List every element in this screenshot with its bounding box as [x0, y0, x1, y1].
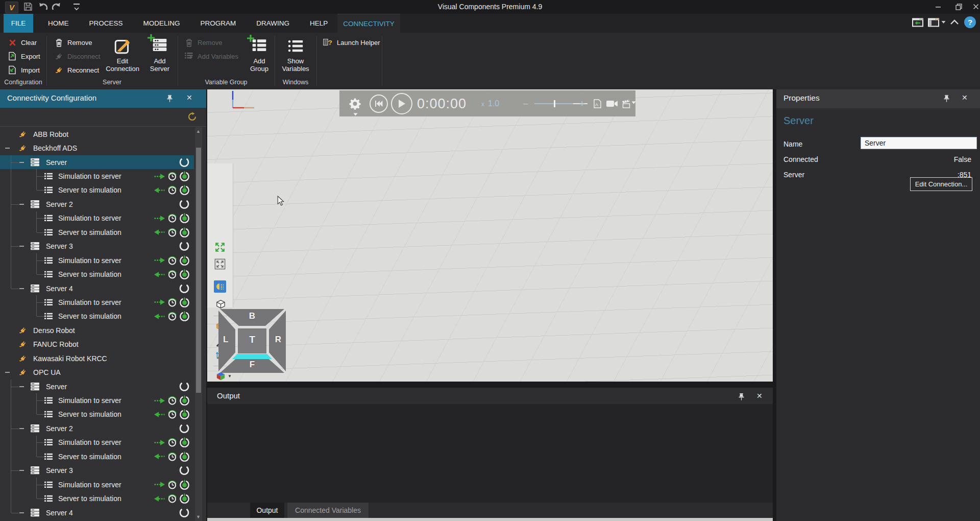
collapse-toggle-icon[interactable] — [19, 246, 24, 247]
tree-row[interactable]: Simulation to server — [0, 478, 194, 491]
tab-program[interactable]: PROGRAM — [190, 14, 247, 33]
tab-home[interactable]: HOME — [38, 14, 79, 33]
add-variables-button[interactable]: Add Variables — [184, 50, 238, 63]
help-icon[interactable]: ? — [964, 16, 976, 28]
tree-row[interactable]: Denso Robot — [0, 323, 194, 337]
3d-viewport[interactable]: 0:00:00 x1.0 – + A — [207, 89, 773, 382]
tree-row[interactable]: Server to simulation — [0, 225, 194, 239]
close-icon[interactable]: ✕ — [962, 93, 968, 102]
tree-row[interactable]: Server to simulation — [0, 449, 194, 463]
tree-scrollbar[interactable]: ▲ ▼ — [195, 127, 202, 521]
tree-row[interactable]: Server 3 — [0, 464, 194, 478]
tree-row[interactable]: Server to simulation — [0, 183, 194, 197]
tab-process[interactable]: PROCESS — [79, 14, 133, 33]
tree-row[interactable]: Beckhoff ADS — [0, 141, 194, 155]
remove-server-button[interactable]: Remove — [54, 36, 92, 49]
collapse-toggle-icon[interactable] — [19, 512, 24, 513]
tree-row[interactable]: Server 2 — [0, 421, 194, 435]
launch-helper-button[interactable]: ? Launch Helper — [323, 36, 380, 49]
edit-connection-dialog-button[interactable]: Edit Connection... — [910, 177, 972, 191]
tree-row[interactable]: Kawasaki Robot KRCC — [0, 351, 194, 365]
tree-row[interactable]: Simulation to server — [0, 436, 194, 449]
record-dropdown-caret-icon[interactable] — [631, 98, 636, 106]
edit-connection-button[interactable]: Edit Connection — [107, 35, 138, 79]
add-server-button[interactable]: Add Server — [144, 35, 176, 79]
scrollbar-thumb[interactable] — [196, 148, 201, 393]
export-pdf-icon[interactable]: A — [593, 99, 602, 108]
pin-icon[interactable] — [738, 393, 745, 401]
clear-button[interactable]: Clear — [7, 36, 37, 49]
restore-window-layout-icon[interactable] — [912, 17, 924, 28]
layout-dropdown-caret-icon[interactable] — [941, 20, 946, 24]
collapse-toggle-icon[interactable] — [19, 470, 24, 471]
gear-dropdown-caret-icon[interactable] — [353, 110, 358, 117]
collapse-toggle-icon[interactable] — [5, 148, 10, 149]
tree-row[interactable]: Server 4 — [0, 506, 194, 519]
remove-variables-button[interactable]: Remove — [184, 36, 222, 49]
tree-row[interactable]: Server to simulation — [0, 408, 194, 421]
fit-view-icon[interactable] — [214, 241, 226, 253]
tab-connectivity-active[interactable]: CONNECTIVITY — [337, 14, 400, 33]
scroll-down-icon[interactable]: ▼ — [196, 514, 201, 519]
speed-decrease-icon[interactable]: – — [523, 99, 528, 109]
close-button[interactable] — [967, 0, 980, 13]
refresh-icon[interactable] — [187, 112, 197, 122]
tree-row[interactable]: OPC UA — [0, 365, 194, 379]
animation-export-icon[interactable] — [621, 99, 631, 108]
tree-row[interactable]: Server 2 — [0, 197, 194, 211]
show-variables-button[interactable]: Show Variables — [280, 35, 311, 79]
minimize-button[interactable] — [929, 0, 947, 13]
pin-icon[interactable] — [943, 94, 950, 103]
export-button[interactable]: Export — [7, 50, 40, 63]
simulation-settings-gear-icon[interactable] — [349, 97, 361, 110]
disconnect-button[interactable]: Disconnect — [54, 50, 100, 63]
record-video-icon[interactable] — [606, 100, 618, 107]
scroll-up-icon[interactable]: ▲ — [196, 129, 201, 134]
tree-row[interactable]: Simulation to server — [0, 211, 194, 225]
collapse-toggle-icon[interactable] — [19, 386, 24, 387]
tab-help[interactable]: HELP — [300, 14, 338, 33]
tree-row[interactable]: Simulation to server — [0, 253, 194, 267]
output-log-area[interactable] — [207, 404, 773, 499]
speed-increase-icon[interactable]: + — [579, 98, 585, 109]
tab-modeling[interactable]: MODELING — [133, 14, 190, 33]
tree-row[interactable]: ABB Robot — [0, 127, 194, 141]
play-simulation-icon[interactable] — [391, 93, 412, 114]
tree-row[interactable]: Simulation to server — [0, 169, 194, 183]
close-icon[interactable]: ✕ — [756, 392, 763, 400]
dropdown-caret-icon[interactable]: ▼ — [228, 374, 232, 378]
output-tab-connected-variables[interactable]: Connected Variables — [287, 503, 369, 518]
tree-row[interactable]: FANUC Robot — [0, 338, 194, 351]
tree-row[interactable]: Simulation to server — [0, 295, 194, 309]
pin-icon[interactable] — [166, 94, 173, 103]
tree-row[interactable]: Server — [0, 155, 194, 169]
reset-simulation-icon[interactable] — [370, 94, 388, 113]
add-group-button[interactable]: Add Group — [243, 35, 275, 79]
tab-file[interactable]: FILE — [4, 14, 33, 33]
window-layout-icon[interactable] — [927, 17, 940, 28]
collapse-toggle-icon[interactable] — [19, 204, 24, 205]
collapse-toggle-icon[interactable] — [19, 162, 24, 163]
collapse-toggle-icon[interactable] — [5, 372, 10, 373]
fill-view-icon[interactable] — [214, 258, 226, 270]
tree-row[interactable]: Server to simulation — [0, 491, 194, 505]
property-value-input[interactable] — [861, 137, 977, 149]
tree-row[interactable]: Server to simulation — [0, 310, 194, 323]
output-tab-output[interactable]: Output — [250, 503, 284, 519]
navigation-cube[interactable]: B L T R F — [217, 307, 287, 374]
restore-button[interactable] — [950, 0, 967, 13]
tree-row[interactable]: Server 4 — [0, 281, 194, 295]
tree-row[interactable]: Server 3 — [0, 240, 194, 253]
collapse-toggle-icon[interactable] — [19, 428, 24, 429]
import-button[interactable]: Import — [7, 63, 40, 77]
tree-row[interactable]: Simulation to server — [0, 393, 194, 407]
tree-row[interactable]: Server to simulation — [0, 267, 194, 281]
reconnect-button[interactable]: Reconnect — [54, 63, 99, 77]
close-icon[interactable]: ✕ — [186, 93, 192, 102]
nav-edge-highlight[interactable] — [232, 354, 272, 359]
speed-slider-handle[interactable] — [554, 100, 555, 107]
tab-drawing[interactable]: DRAWING — [246, 14, 300, 33]
render-mode-icon[interactable] — [214, 280, 226, 293]
collapse-ribbon-icon[interactable] — [950, 19, 959, 25]
collapse-toggle-icon[interactable] — [19, 288, 24, 289]
